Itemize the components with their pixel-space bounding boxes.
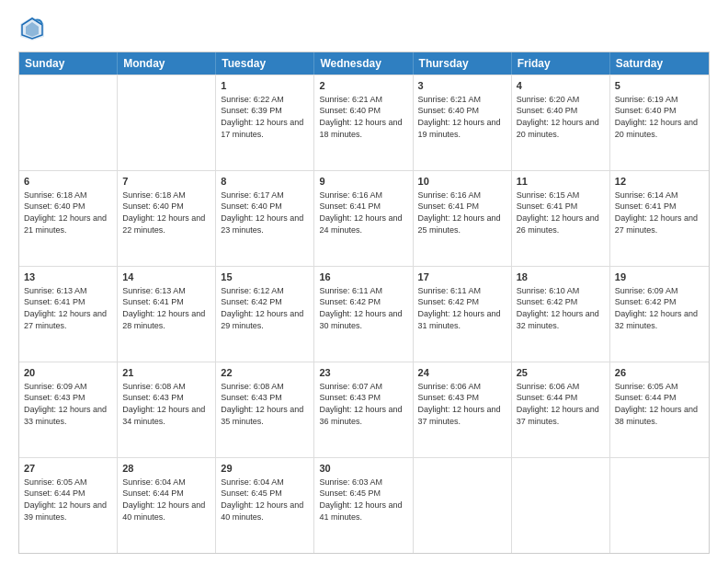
day-number: 13 (24, 270, 112, 284)
day-number: 19 (615, 270, 704, 284)
weekday-header: Monday (118, 52, 216, 75)
calendar-cell (414, 458, 512, 553)
day-info: Sunrise: 6:05 AM Sunset: 6:44 PM Dayligh… (24, 477, 112, 523)
day-number: 15 (221, 270, 309, 284)
day-number: 22 (221, 366, 309, 380)
calendar-cell: 20Sunrise: 6:09 AM Sunset: 6:43 PM Dayli… (19, 362, 118, 457)
day-number: 2 (319, 79, 407, 93)
day-number: 26 (615, 366, 704, 380)
calendar-row: 1Sunrise: 6:22 AM Sunset: 6:39 PM Daylig… (19, 75, 709, 170)
day-info: Sunrise: 6:06 AM Sunset: 6:44 PM Dayligh… (517, 381, 605, 427)
calendar-cell: 22Sunrise: 6:08 AM Sunset: 6:43 PM Dayli… (216, 362, 314, 457)
day-info: Sunrise: 6:21 AM Sunset: 6:40 PM Dayligh… (319, 94, 407, 140)
day-number: 12 (615, 175, 704, 189)
calendar-cell: 5Sunrise: 6:19 AM Sunset: 6:40 PM Daylig… (610, 75, 709, 170)
day-number: 7 (122, 175, 210, 189)
calendar-cell: 25Sunrise: 6:06 AM Sunset: 6:44 PM Dayli… (512, 362, 610, 457)
day-info: Sunrise: 6:12 AM Sunset: 6:42 PM Dayligh… (221, 285, 309, 331)
calendar-cell: 4Sunrise: 6:20 AM Sunset: 6:40 PM Daylig… (512, 75, 610, 170)
calendar-cell: 28Sunrise: 6:04 AM Sunset: 6:44 PM Dayli… (118, 458, 216, 553)
calendar-cell (118, 75, 216, 170)
day-info: Sunrise: 6:14 AM Sunset: 6:41 PM Dayligh… (615, 190, 704, 236)
day-info: Sunrise: 6:13 AM Sunset: 6:41 PM Dayligh… (24, 285, 112, 331)
day-number: 30 (319, 462, 407, 476)
day-number: 8 (221, 175, 309, 189)
calendar-row: 20Sunrise: 6:09 AM Sunset: 6:43 PM Dayli… (19, 362, 709, 457)
day-info: Sunrise: 6:18 AM Sunset: 6:40 PM Dayligh… (24, 190, 112, 236)
calendar-row: 27Sunrise: 6:05 AM Sunset: 6:44 PM Dayli… (19, 457, 709, 553)
day-info: Sunrise: 6:11 AM Sunset: 6:42 PM Dayligh… (319, 285, 407, 331)
day-info: Sunrise: 6:17 AM Sunset: 6:40 PM Dayligh… (221, 190, 309, 236)
day-info: Sunrise: 6:10 AM Sunset: 6:42 PM Dayligh… (517, 285, 605, 331)
day-number: 1 (221, 79, 309, 93)
calendar-row: 6Sunrise: 6:18 AM Sunset: 6:40 PM Daylig… (19, 170, 709, 266)
calendar-cell: 6Sunrise: 6:18 AM Sunset: 6:40 PM Daylig… (19, 171, 118, 266)
calendar-header: SundayMondayTuesdayWednesdayThursdayFrid… (19, 52, 709, 75)
day-number: 3 (418, 79, 506, 93)
day-number: 16 (319, 270, 407, 284)
calendar-cell: 2Sunrise: 6:21 AM Sunset: 6:40 PM Daylig… (314, 75, 413, 170)
day-number: 24 (418, 366, 506, 380)
day-info: Sunrise: 6:22 AM Sunset: 6:39 PM Dayligh… (221, 94, 309, 140)
day-number: 17 (418, 270, 506, 284)
day-number: 23 (319, 366, 407, 380)
calendar-cell: 29Sunrise: 6:04 AM Sunset: 6:45 PM Dayli… (216, 458, 314, 553)
calendar-cell: 13Sunrise: 6:13 AM Sunset: 6:41 PM Dayli… (19, 267, 118, 362)
calendar-cell: 12Sunrise: 6:14 AM Sunset: 6:41 PM Dayli… (610, 171, 709, 266)
day-number: 5 (615, 79, 704, 93)
day-number: 20 (24, 366, 112, 380)
calendar-cell: 26Sunrise: 6:05 AM Sunset: 6:44 PM Dayli… (610, 362, 709, 457)
weekday-header: Saturday (610, 52, 709, 75)
calendar-cell: 14Sunrise: 6:13 AM Sunset: 6:41 PM Dayli… (118, 267, 216, 362)
day-info: Sunrise: 6:03 AM Sunset: 6:45 PM Dayligh… (319, 477, 407, 523)
calendar-cell: 18Sunrise: 6:10 AM Sunset: 6:42 PM Dayli… (512, 267, 610, 362)
page: SundayMondayTuesdayWednesdayThursdayFrid… (0, 0, 728, 563)
calendar-row: 13Sunrise: 6:13 AM Sunset: 6:41 PM Dayli… (19, 266, 709, 362)
day-info: Sunrise: 6:11 AM Sunset: 6:42 PM Dayligh… (418, 285, 506, 331)
day-number: 14 (122, 270, 210, 284)
day-info: Sunrise: 6:13 AM Sunset: 6:41 PM Dayligh… (122, 285, 210, 331)
day-number: 28 (122, 462, 210, 476)
weekday-header: Friday (512, 52, 610, 75)
calendar-cell: 23Sunrise: 6:07 AM Sunset: 6:43 PM Dayli… (314, 362, 413, 457)
calendar-cell: 8Sunrise: 6:17 AM Sunset: 6:40 PM Daylig… (216, 171, 314, 266)
logo-icon (18, 15, 46, 42)
calendar-cell: 15Sunrise: 6:12 AM Sunset: 6:42 PM Dayli… (216, 267, 314, 362)
header (18, 15, 710, 42)
calendar-cell: 17Sunrise: 6:11 AM Sunset: 6:42 PM Dayli… (414, 267, 512, 362)
day-info: Sunrise: 6:08 AM Sunset: 6:43 PM Dayligh… (221, 381, 309, 427)
calendar-cell: 7Sunrise: 6:18 AM Sunset: 6:40 PM Daylig… (118, 171, 216, 266)
day-number: 21 (122, 366, 210, 380)
calendar-cell (512, 458, 610, 553)
day-number: 9 (319, 175, 407, 189)
weekday-header: Tuesday (216, 52, 314, 75)
weekday-header: Thursday (414, 52, 512, 75)
day-number: 29 (221, 462, 309, 476)
day-info: Sunrise: 6:04 AM Sunset: 6:44 PM Dayligh… (122, 477, 210, 523)
day-number: 18 (517, 270, 605, 284)
day-info: Sunrise: 6:04 AM Sunset: 6:45 PM Dayligh… (221, 477, 309, 523)
calendar-cell (610, 458, 709, 553)
calendar-cell: 30Sunrise: 6:03 AM Sunset: 6:45 PM Dayli… (314, 458, 413, 553)
day-number: 27 (24, 462, 112, 476)
day-info: Sunrise: 6:16 AM Sunset: 6:41 PM Dayligh… (319, 190, 407, 236)
calendar-cell: 27Sunrise: 6:05 AM Sunset: 6:44 PM Dayli… (19, 458, 118, 553)
day-info: Sunrise: 6:19 AM Sunset: 6:40 PM Dayligh… (615, 94, 704, 140)
calendar-cell: 16Sunrise: 6:11 AM Sunset: 6:42 PM Dayli… (314, 267, 413, 362)
day-info: Sunrise: 6:21 AM Sunset: 6:40 PM Dayligh… (418, 94, 506, 140)
day-info: Sunrise: 6:16 AM Sunset: 6:41 PM Dayligh… (418, 190, 506, 236)
day-number: 25 (517, 366, 605, 380)
calendar-cell: 9Sunrise: 6:16 AM Sunset: 6:41 PM Daylig… (314, 171, 413, 266)
day-info: Sunrise: 6:05 AM Sunset: 6:44 PM Dayligh… (615, 381, 704, 427)
day-number: 11 (517, 175, 605, 189)
day-number: 6 (24, 175, 112, 189)
day-info: Sunrise: 6:18 AM Sunset: 6:40 PM Dayligh… (122, 190, 210, 236)
weekday-header: Sunday (19, 52, 118, 75)
day-number: 10 (418, 175, 506, 189)
day-info: Sunrise: 6:07 AM Sunset: 6:43 PM Dayligh… (319, 381, 407, 427)
logo (18, 15, 50, 42)
day-info: Sunrise: 6:20 AM Sunset: 6:40 PM Dayligh… (517, 94, 605, 140)
day-info: Sunrise: 6:08 AM Sunset: 6:43 PM Dayligh… (122, 381, 210, 427)
calendar-cell: 24Sunrise: 6:06 AM Sunset: 6:43 PM Dayli… (414, 362, 512, 457)
calendar: SundayMondayTuesdayWednesdayThursdayFrid… (18, 52, 710, 554)
